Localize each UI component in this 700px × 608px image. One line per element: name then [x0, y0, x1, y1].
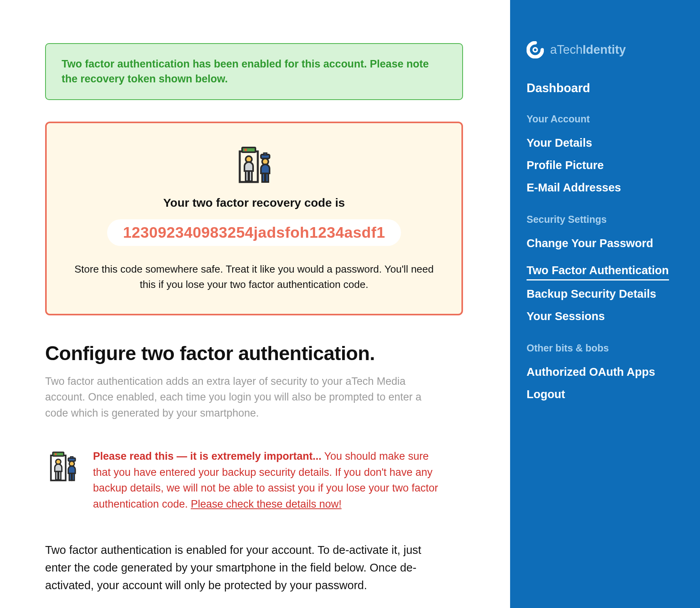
deactivate-text: Two factor authentication is enabled for… — [45, 541, 441, 594]
svg-rect-3 — [251, 149, 253, 151]
svg-rect-18 — [58, 471, 61, 480]
page-intro: Two factor authentication adds an extra … — [45, 373, 441, 421]
nav-section-other: Authorized OAuth Apps Logout — [527, 361, 684, 406]
nav-section-security: Change Your Password Two Factor Authenti… — [527, 232, 684, 328]
svg-rect-10 — [262, 173, 265, 182]
brand-suffix: Identity — [583, 43, 626, 56]
svg-rect-15 — [60, 453, 62, 455]
nav-your-sessions[interactable]: Your Sessions — [527, 305, 684, 328]
nav-email-addresses[interactable]: E-Mail Addresses — [527, 177, 684, 199]
alert-success: Two factor authentication has been enabl… — [45, 43, 463, 100]
nav-section-other-label: Other bits & bobs — [527, 342, 684, 354]
warning-lead: Please read this — it is extremely impor… — [93, 450, 321, 462]
alert-text: Two factor authentication has been enabl… — [62, 58, 429, 85]
svg-rect-5 — [246, 171, 248, 181]
svg-rect-14 — [55, 453, 57, 455]
nav-your-details[interactable]: Your Details — [527, 132, 684, 154]
brand-text: aTechIdentity — [550, 43, 626, 57]
nav-section-security-label: Security Settings — [527, 214, 684, 225]
svg-rect-11 — [266, 173, 268, 182]
check-details-link[interactable]: Please check these details now! — [191, 498, 341, 510]
recovery-note: Store this code somewhere safe. Treat it… — [64, 262, 444, 292]
svg-rect-6 — [249, 171, 252, 181]
svg-rect-23 — [72, 473, 75, 481]
nav-profile-picture[interactable]: Profile Picture — [527, 154, 684, 177]
important-warning: Please read this — it is extremely impor… — [45, 448, 463, 512]
svg-rect-2 — [244, 149, 247, 151]
brand: aTechIdentity — [527, 41, 684, 58]
svg-rect-22 — [69, 473, 71, 481]
warning-text: Please read this — it is extremely impor… — [93, 448, 442, 512]
recovery-panel: Your two factor recovery code is 1230923… — [45, 122, 463, 315]
svg-rect-13 — [53, 452, 64, 456]
svg-rect-1 — [242, 147, 255, 152]
brand-prefix: aTech — [550, 43, 583, 56]
svg-rect-8 — [264, 153, 267, 155]
sidebar-nav: Dashboard Your Account Your Details Prof… — [527, 81, 684, 406]
svg-rect-17 — [56, 471, 58, 480]
main-content: Two factor authentication has been enabl… — [0, 0, 510, 608]
svg-rect-20 — [71, 457, 73, 458]
brand-logo-icon — [527, 41, 544, 58]
security-checkpoint-icon — [45, 448, 80, 485]
nav-logout[interactable]: Logout — [527, 383, 684, 406]
page-title: Configure two factor authentication. — [45, 342, 463, 365]
nav-section-account-label: Your Account — [527, 113, 684, 125]
nav-dashboard[interactable]: Dashboard — [527, 81, 684, 95]
nav-change-password[interactable]: Change Your Password — [527, 232, 684, 255]
svg-point-25 — [534, 49, 536, 51]
recovery-title: Your two factor recovery code is — [64, 196, 444, 209]
nav-backup-security[interactable]: Backup Security Details — [527, 283, 684, 305]
recovery-code: 123092340983254jadsfoh1234asdf1 — [107, 219, 401, 246]
nav-two-factor-auth[interactable]: Two Factor Authentication — [527, 259, 669, 280]
sidebar: aTechIdentity Dashboard Your Account You… — [510, 0, 700, 608]
nav-oauth-apps[interactable]: Authorized OAuth Apps — [527, 361, 684, 383]
security-checkpoint-icon — [233, 143, 276, 187]
nav-section-account: Your Details Profile Picture E-Mail Addr… — [527, 132, 684, 199]
